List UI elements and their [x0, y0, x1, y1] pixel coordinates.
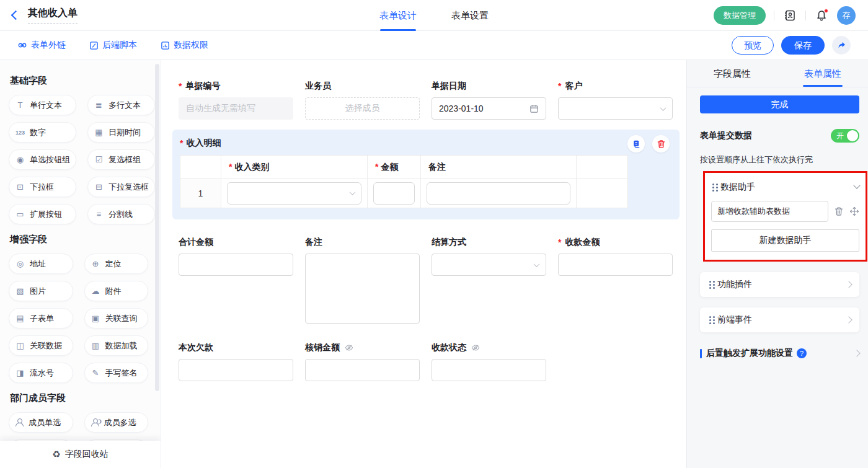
back-icon[interactable]	[11, 11, 21, 20]
canvas-row-3: 本次欠款 核销金额 收款状态	[179, 342, 686, 381]
data-helper-header[interactable]: 数据助手	[711, 179, 859, 196]
subform-header-index	[180, 156, 221, 179]
submit-data-toggle[interactable]: 开	[831, 129, 859, 143]
data-manage-button[interactable]: 数据管理	[714, 6, 766, 25]
field-current-debt[interactable]: 本次欠款	[179, 342, 293, 381]
post-trigger-settings[interactable]: 后置触发扩展功能设置 ?	[700, 348, 859, 359]
remark-textarea[interactable]	[305, 254, 420, 324]
field-pill-member-single[interactable]: 成员单选	[9, 412, 73, 433]
field-pill-datetime[interactable]: ▦日期时间	[87, 122, 155, 143]
amount-input[interactable]	[373, 182, 415, 205]
field-pill-location[interactable]: ⊕定位	[84, 254, 149, 274]
share-arrow-icon	[836, 40, 846, 50]
preview-button[interactable]: 预览	[732, 36, 774, 55]
tab-form-properties[interactable]: 表单属性	[777, 60, 868, 87]
field-salesman[interactable]: 业务员 选择成员	[305, 81, 420, 120]
drag-handle-icon[interactable]	[709, 316, 711, 318]
page-title: 其他收入单	[28, 7, 78, 24]
data-permission-button[interactable]: 数据权限	[161, 40, 208, 51]
subform-header-row: *收入类别 *金额 备注	[180, 156, 627, 179]
field-pill-relation-data[interactable]: ◫关联数据	[9, 335, 73, 356]
field-pill-member-multi[interactable]: 成员多选	[84, 412, 149, 433]
bill-date-input[interactable]: 2023-01-10	[432, 97, 546, 120]
current-debt-input[interactable]	[179, 359, 293, 381]
field-remark[interactable]: 备注	[305, 237, 420, 324]
field-pill-signature[interactable]: ✎手写签名	[84, 363, 149, 383]
help-icon[interactable]: ?	[797, 348, 807, 358]
delete-subform-button[interactable]	[652, 135, 670, 152]
chevron-down-icon[interactable]	[853, 182, 860, 189]
contacts-icon[interactable]	[782, 8, 797, 23]
field-total-amount[interactable]: 合计金额	[179, 237, 293, 276]
field-pill-relation-query[interactable]: ▣关联查询	[84, 308, 149, 329]
submit-data-label: 表单提交数据	[700, 130, 752, 141]
total-amount-input[interactable]	[179, 254, 293, 276]
field-recycle-bin[interactable]: ♻ 字段回收站	[0, 441, 161, 468]
salesman-picker[interactable]: 选择成员	[305, 97, 420, 120]
received-amount-input[interactable]	[558, 254, 673, 276]
field-pill-attachment[interactable]: ☁附件	[84, 281, 149, 301]
income-detail-subform[interactable]: *收入明细	[172, 130, 680, 219]
field-settlement-method[interactable]: 结算方式	[432, 237, 546, 276]
field-pill-radio-group[interactable]: ◉单选按钮组	[9, 149, 76, 170]
canvas-row-1: *单据编号 自动生成无需填写 业务员 选择成员 单据日期 2023-01-10 …	[179, 81, 686, 120]
field-pill-divider[interactable]: ≡分割线	[87, 204, 155, 224]
calendar-icon	[529, 104, 539, 113]
delete-item-icon[interactable]	[834, 206, 844, 216]
writeoff-amount-input[interactable]	[305, 359, 420, 381]
receipt-status-input[interactable]	[432, 359, 546, 381]
share-button[interactable]	[832, 36, 851, 55]
settlement-select[interactable]	[432, 254, 546, 276]
field-pill-multi-select[interactable]: ⊟下拉复选框	[87, 177, 155, 197]
field-pill-multi-line-text[interactable]: ≣多行文本	[87, 95, 155, 115]
notification-bell-icon[interactable]	[814, 8, 829, 23]
field-pill-select[interactable]: ⊡下拉框	[9, 177, 76, 197]
field-writeoff-amount[interactable]: 核销金额	[305, 342, 420, 381]
field-bill-date[interactable]: 单据日期 2023-01-10	[432, 81, 546, 120]
tab-form-design[interactable]: 表单设计	[379, 0, 417, 31]
done-button[interactable]: 完成	[700, 95, 859, 113]
divider	[774, 11, 774, 20]
tab-field-properties[interactable]: 字段属性	[687, 60, 777, 87]
dropdown-icon: ⊡	[15, 182, 25, 192]
save-button[interactable]: 保存	[781, 36, 825, 55]
link-icon	[17, 40, 27, 50]
copy-subform-button[interactable]	[627, 135, 645, 152]
external-link-button[interactable]: 表单外链	[17, 40, 66, 51]
drag-handle-icon[interactable]	[709, 281, 711, 283]
plugin-card[interactable]: 功能插件	[700, 272, 859, 297]
remark-input[interactable]	[427, 182, 570, 205]
customer-select[interactable]	[558, 97, 673, 120]
field-pill-address[interactable]: ◎地址	[9, 254, 73, 274]
divider	[805, 11, 806, 20]
income-category-select[interactable]	[227, 182, 361, 205]
bill-number-input[interactable]: 自动生成无需填写	[179, 97, 293, 120]
field-pill-checkbox-group[interactable]: ☑复选框组	[87, 149, 155, 170]
drag-handle-icon[interactable]	[712, 183, 714, 185]
field-pill-image[interactable]: ▧图片	[9, 281, 73, 301]
cloud-upload-icon: ☁	[91, 286, 101, 296]
backend-script-button[interactable]: 后端脚本	[89, 40, 137, 51]
field-pill-single-line-text[interactable]: T单行文本	[9, 95, 76, 115]
hidden-eye-icon	[471, 343, 480, 352]
sidebar-scrollbar[interactable]	[155, 64, 159, 391]
divider-icon: ≡	[94, 210, 104, 219]
multiline-icon: ≣	[94, 100, 104, 110]
field-bill-number[interactable]: *单据编号 自动生成无需填写	[179, 81, 293, 120]
field-pill-data-load[interactable]: ▥数据加载	[84, 335, 149, 356]
field-pill-number[interactable]: 123数字	[9, 122, 76, 143]
field-pill-subform[interactable]: ▤子表单	[9, 308, 73, 329]
field-pill-extend-button[interactable]: ▭扩展按钮	[9, 204, 76, 224]
field-pill-serial-number[interactable]: ◨流水号	[9, 363, 73, 383]
frontend-event-card[interactable]: 前端事件	[700, 307, 859, 332]
tab-form-settings[interactable]: 表单设置	[451, 0, 489, 31]
field-receipt-status[interactable]: 收款状态	[432, 342, 546, 381]
new-data-helper-button[interactable]: 新建数据助手	[711, 229, 859, 252]
field-customer[interactable]: *客户	[558, 81, 673, 120]
data-helper-item-name[interactable]: 新增收款辅助表数据	[711, 201, 828, 222]
move-item-icon[interactable]	[849, 206, 859, 216]
field-received-amount[interactable]: *收款金额	[558, 237, 673, 276]
avatar[interactable]: 存	[837, 6, 856, 25]
button-icon: ▭	[15, 210, 25, 219]
trash-icon	[657, 139, 666, 149]
